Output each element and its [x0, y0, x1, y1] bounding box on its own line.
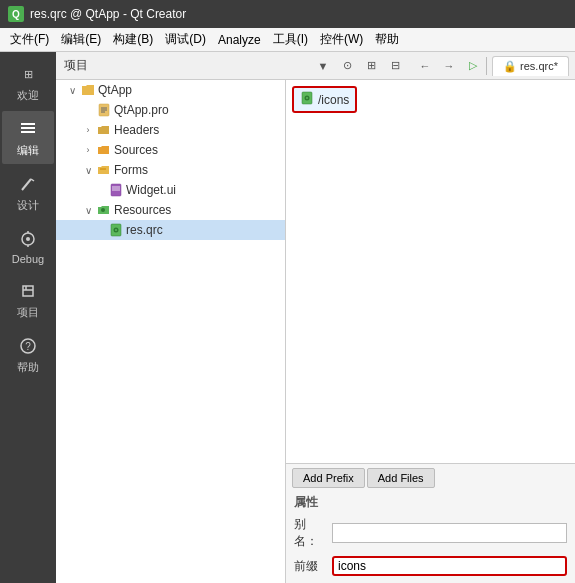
toolbar-label: 项目: [60, 57, 92, 74]
resource-content: /icons: [286, 80, 575, 463]
add-btn[interactable]: ⊞: [360, 55, 382, 77]
root-arrow: ∨: [66, 85, 78, 96]
sidebar-label-edit: 编辑: [17, 143, 39, 158]
tree-item-resources[interactable]: ∨ Resources: [56, 200, 285, 220]
tab-res-qrc[interactable]: 🔒 res.qrc*: [492, 56, 569, 76]
debug-icon: [16, 227, 40, 251]
tree-item-headers[interactable]: › Headers: [56, 120, 285, 140]
menu-tools[interactable]: 工具(I): [267, 29, 314, 50]
ui-icon: [108, 182, 124, 198]
filter-btn[interactable]: ▼: [312, 55, 334, 77]
tree-item-res-qrc[interactable]: res.qrc: [56, 220, 285, 240]
resources-icon: [96, 202, 112, 218]
tree-item-widget-ui[interactable]: Widget.ui: [56, 180, 285, 200]
tree-item-sources[interactable]: › Sources: [56, 140, 285, 160]
window-title: res.qrc @ QtApp - Qt Creator: [30, 7, 186, 21]
sidebar-label-project: 项目: [17, 305, 39, 320]
menubar: 文件(F) 编辑(E) 构建(B) 调试(D) Analyze 工具(I) 控件…: [0, 28, 575, 52]
prefix-input[interactable]: [332, 556, 567, 576]
project-icon: [16, 279, 40, 303]
tree-item-pro[interactable]: QtApp.pro: [56, 100, 285, 120]
edit-icon: [16, 117, 40, 141]
svg-rect-2: [21, 131, 35, 133]
main-container: ⊞ 欢迎 编辑 设计: [0, 52, 575, 583]
link-btn[interactable]: ⊙: [336, 55, 358, 77]
forms-arrow: ∨: [82, 165, 94, 176]
svg-point-22: [115, 229, 117, 231]
sources-icon: [96, 142, 112, 158]
svg-text:?: ?: [25, 341, 31, 352]
tree-item-res-qrc-label: res.qrc: [126, 223, 163, 237]
menu-edit[interactable]: 编辑(E): [55, 29, 107, 50]
help-icon: ?: [16, 334, 40, 358]
back-btn[interactable]: ←: [414, 55, 436, 77]
alias-row: 别名：: [286, 513, 575, 553]
prefix-value: /icons: [318, 93, 349, 107]
pro-icon: [96, 102, 112, 118]
prefix-icon: [300, 91, 314, 108]
sidebar: ⊞ 欢迎 编辑 设计: [0, 52, 56, 583]
tree-item-resources-label: Resources: [114, 203, 171, 217]
prefix-row: 前缀: [286, 553, 575, 579]
tree-item-forms-label: Forms: [114, 163, 148, 177]
sidebar-item-welcome[interactable]: ⊞ 欢迎: [2, 56, 54, 109]
headers-icon: [96, 122, 112, 138]
properties-header: Add Prefix Add Files: [286, 468, 575, 492]
run-btn[interactable]: ▷: [462, 55, 484, 77]
resource-panel: /icons Add Prefix Add Files 属性 别名：: [286, 80, 575, 583]
resources-arrow: ∨: [82, 205, 94, 216]
svg-rect-0: [21, 123, 35, 125]
svg-point-19: [101, 208, 105, 212]
project-toolbar: 项目 ▼ ⊙ ⊞ ⊟ ← → ▷ 🔒 res.qrc*: [56, 52, 575, 80]
menu-file[interactable]: 文件(F): [4, 29, 55, 50]
svg-line-4: [31, 179, 34, 181]
qrc-icon: [108, 222, 124, 238]
sidebar-item-project[interactable]: 项目: [2, 273, 54, 326]
svg-point-6: [26, 237, 30, 241]
tree-root[interactable]: ∨ QtApp: [56, 80, 285, 100]
forward-btn[interactable]: →: [438, 55, 460, 77]
alias-label: 别名：: [294, 516, 326, 550]
alias-input[interactable]: [332, 523, 567, 543]
properties-panel: Add Prefix Add Files 属性 别名： 前缀: [286, 463, 575, 583]
menu-debug[interactable]: 调试(D): [159, 29, 212, 50]
tab-icon: 🔒: [503, 60, 517, 72]
design-icon: [16, 172, 40, 196]
add-files-btn[interactable]: Add Files: [367, 468, 435, 488]
tree-item-forms[interactable]: ∨ Forms: [56, 160, 285, 180]
menu-analyze[interactable]: Analyze: [212, 31, 267, 49]
prefix-label: 前缀: [294, 558, 326, 575]
headers-arrow: ›: [82, 125, 94, 135]
tree-item-headers-label: Headers: [114, 123, 159, 137]
forms-icon: [96, 162, 112, 178]
menu-help[interactable]: 帮助: [369, 29, 405, 50]
sidebar-label-debug: Debug: [12, 253, 44, 265]
sidebar-label-help: 帮助: [17, 360, 39, 375]
welcome-icon: ⊞: [16, 62, 40, 86]
tree-item-pro-label: QtApp.pro: [114, 103, 169, 117]
svg-rect-18: [112, 186, 120, 191]
svg-point-25: [306, 97, 308, 99]
collapse-btn[interactable]: ⊟: [384, 55, 406, 77]
sidebar-item-help[interactable]: ? 帮助: [2, 328, 54, 381]
svg-rect-1: [21, 127, 35, 129]
tree-item-widget-ui-label: Widget.ui: [126, 183, 176, 197]
menu-widgets[interactable]: 控件(W): [314, 29, 369, 50]
sidebar-label-design: 设计: [17, 198, 39, 213]
sidebar-item-edit[interactable]: 编辑: [2, 111, 54, 164]
menu-build[interactable]: 构建(B): [107, 29, 159, 50]
root-folder-icon: [80, 82, 96, 98]
svg-line-3: [22, 179, 31, 190]
properties-title: 属性: [286, 492, 575, 513]
tree-root-label: QtApp: [98, 83, 132, 97]
sidebar-item-design[interactable]: 设计: [2, 166, 54, 219]
content-area: 项目 ▼ ⊙ ⊞ ⊟ ← → ▷ 🔒 res.qrc*: [56, 52, 575, 583]
sidebar-label-welcome: 欢迎: [17, 88, 39, 103]
panel-split: ∨ QtApp QtApp.pro: [56, 80, 575, 583]
tree-item-sources-label: Sources: [114, 143, 158, 157]
add-prefix-btn[interactable]: Add Prefix: [292, 468, 365, 488]
sidebar-item-debug[interactable]: Debug: [2, 221, 54, 271]
titlebar: Q res.qrc @ QtApp - Qt Creator: [0, 0, 575, 28]
resource-prefix-item[interactable]: /icons: [292, 86, 357, 113]
project-tree: ∨ QtApp QtApp.pro: [56, 80, 286, 583]
